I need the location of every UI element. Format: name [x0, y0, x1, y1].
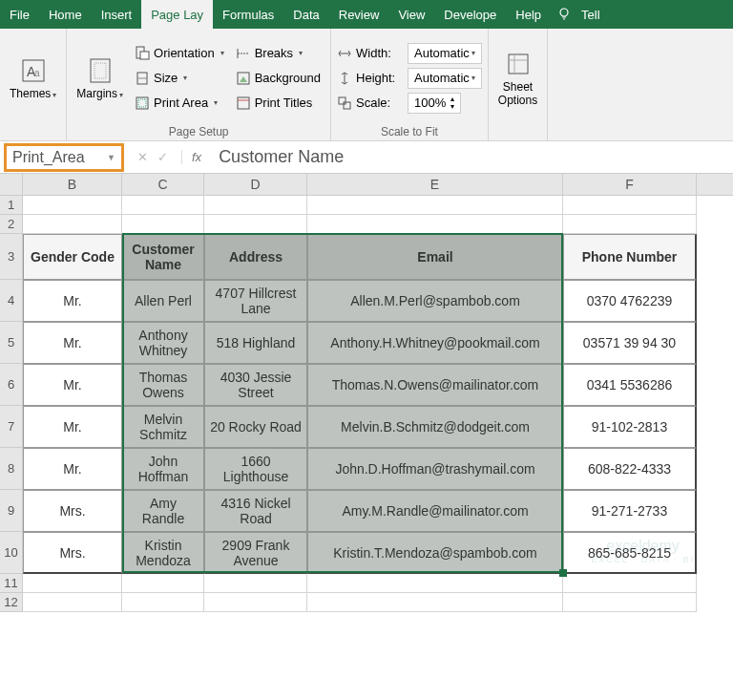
tab-developer[interactable]: Develope	[434, 0, 506, 29]
cell[interactable]	[307, 196, 563, 215]
tab-file[interactable]: File	[0, 0, 39, 29]
cell-email[interactable]: John.D.Hoffman@trashymail.com	[307, 448, 563, 490]
sheet-options-button[interactable]: Sheet Options	[494, 47, 541, 108]
cell[interactable]	[204, 593, 307, 612]
col-header-b[interactable]: B	[23, 174, 122, 195]
cell-phone[interactable]: 03571 39 94 30	[563, 322, 697, 364]
name-box[interactable]: Print_Area ▼	[4, 143, 124, 172]
cell-gender[interactable]: Mr.	[23, 364, 122, 406]
cell-name[interactable]: Thomas Owens	[122, 364, 204, 406]
cell-email[interactable]: Allen.M.Perl@spambob.com	[307, 280, 563, 322]
row-header[interactable]: 4	[0, 280, 23, 322]
header-phone-number[interactable]: Phone Number	[563, 234, 697, 280]
cell-gender[interactable]: Mr.	[23, 280, 122, 322]
cell-name[interactable]: Kristin Mendoza	[122, 532, 204, 574]
cell-phone[interactable]: 0341 5536286	[563, 364, 697, 406]
cell-name[interactable]: Amy Randle	[122, 490, 204, 532]
scale-spinner[interactable]: 100%▴▾	[408, 93, 461, 114]
row-header[interactable]: 10	[0, 532, 23, 574]
header-email[interactable]: Email	[307, 234, 563, 280]
cell[interactable]	[563, 196, 697, 215]
print-titles-button[interactable]: Print Titles	[232, 92, 325, 115]
tab-formulas[interactable]: Formulas	[213, 0, 283, 29]
cell-address[interactable]: 518 Highland	[204, 322, 307, 364]
enter-icon[interactable]: ✓	[157, 150, 168, 164]
cell[interactable]	[122, 215, 204, 234]
cell-name[interactable]: John Hoffman	[122, 448, 204, 490]
themes-button[interactable]: Aa Themes▾	[6, 53, 60, 102]
header-address[interactable]: Address	[204, 234, 307, 280]
cell-email[interactable]: Melvin.B.Schmitz@dodgeit.com	[307, 406, 563, 448]
breaks-button[interactable]: Breaks▾	[232, 42, 325, 65]
cell-address[interactable]: 4316 Nickel Road	[204, 490, 307, 532]
tab-home[interactable]: Home	[39, 0, 92, 29]
cell-address[interactable]: 20 Rocky Road	[204, 406, 307, 448]
cell[interactable]	[307, 215, 563, 234]
cell-gender[interactable]: Mrs.	[23, 532, 122, 574]
cell[interactable]	[23, 574, 122, 593]
height-dropdown[interactable]: Automatic▾	[408, 68, 482, 89]
cell-phone[interactable]: 0370 4762239	[563, 280, 697, 322]
col-header-d[interactable]: D	[204, 174, 307, 195]
cell-address[interactable]: 2909 Frank Avenue	[204, 532, 307, 574]
cell-name[interactable]: Anthony Whitney	[122, 322, 204, 364]
cell-address[interactable]: 4030 Jessie Street	[204, 364, 307, 406]
cell-gender[interactable]: Mr.	[23, 448, 122, 490]
header-customer-name[interactable]: Customer Name	[122, 234, 204, 280]
row-header[interactable]: 6	[0, 364, 23, 406]
cell-address[interactable]: 4707 Hillcrest Lane	[204, 280, 307, 322]
cell-email[interactable]: Kristin.T.Mendoza@spambob.com	[307, 532, 563, 574]
tab-view[interactable]: View	[388, 0, 434, 29]
cell[interactable]	[122, 574, 204, 593]
header-gender-code[interactable]: Gender Code	[23, 234, 122, 280]
tab-data[interactable]: Data	[283, 0, 328, 29]
cell[interactable]	[23, 215, 122, 234]
cell-phone[interactable]: 608-822-4333	[563, 448, 697, 490]
tab-review[interactable]: Review	[329, 0, 389, 29]
row-header[interactable]: 11	[0, 574, 23, 593]
row-header[interactable]: 3	[0, 234, 23, 280]
cell-name[interactable]: Allen Perl	[122, 280, 204, 322]
col-header-e[interactable]: E	[307, 174, 563, 195]
tab-help[interactable]: Help	[506, 0, 551, 29]
cell-email[interactable]: Amy.M.Randle@mailinator.com	[307, 490, 563, 532]
cell[interactable]	[204, 574, 307, 593]
cell[interactable]	[122, 196, 204, 215]
margins-button[interactable]: Margins▾	[73, 53, 127, 102]
cell[interactable]	[23, 196, 122, 215]
tab-insert[interactable]: Insert	[92, 0, 142, 29]
tell-me[interactable]: Tell	[572, 0, 610, 29]
tab-page-layout[interactable]: Page Lay	[141, 0, 213, 29]
row-header[interactable]: 1	[0, 196, 23, 215]
cancel-icon[interactable]: ✕	[137, 150, 148, 164]
col-header-f[interactable]: F	[563, 174, 697, 195]
row-header[interactable]: 2	[0, 215, 23, 234]
cell[interactable]	[204, 196, 307, 215]
select-all-corner[interactable]	[0, 174, 23, 195]
cell-phone[interactable]: 91-102-2813	[563, 406, 697, 448]
background-button[interactable]: Background	[232, 67, 325, 90]
cell[interactable]	[563, 574, 697, 593]
cell-phone[interactable]: 865-685-8215	[563, 532, 697, 574]
cell-gender[interactable]: Mr.	[23, 406, 122, 448]
width-dropdown[interactable]: Automatic▾	[408, 43, 482, 64]
cell-email[interactable]: Thomas.N.Owens@mailinator.com	[307, 364, 563, 406]
cell-address[interactable]: 1660 Lighthouse	[204, 448, 307, 490]
size-button[interactable]: Size▾	[131, 67, 228, 90]
row-header[interactable]: 9	[0, 490, 23, 532]
fx-icon[interactable]: fx	[181, 150, 207, 164]
col-header-c[interactable]: C	[122, 174, 204, 195]
row-header[interactable]: 12	[0, 593, 23, 612]
cell-phone[interactable]: 91-271-2733	[563, 490, 697, 532]
cell[interactable]	[122, 593, 204, 612]
cell-email[interactable]: Anthony.H.Whitney@pookmail.com	[307, 322, 563, 364]
cell[interactable]	[23, 593, 122, 612]
row-header[interactable]: 8	[0, 448, 23, 490]
cell[interactable]	[204, 215, 307, 234]
cell-gender[interactable]: Mr.	[23, 322, 122, 364]
cell[interactable]	[307, 574, 563, 593]
row-header[interactable]: 5	[0, 322, 23, 364]
row-header[interactable]: 7	[0, 406, 23, 448]
orientation-button[interactable]: Orientation▾	[131, 42, 228, 65]
cell-gender[interactable]: Mrs.	[23, 490, 122, 532]
